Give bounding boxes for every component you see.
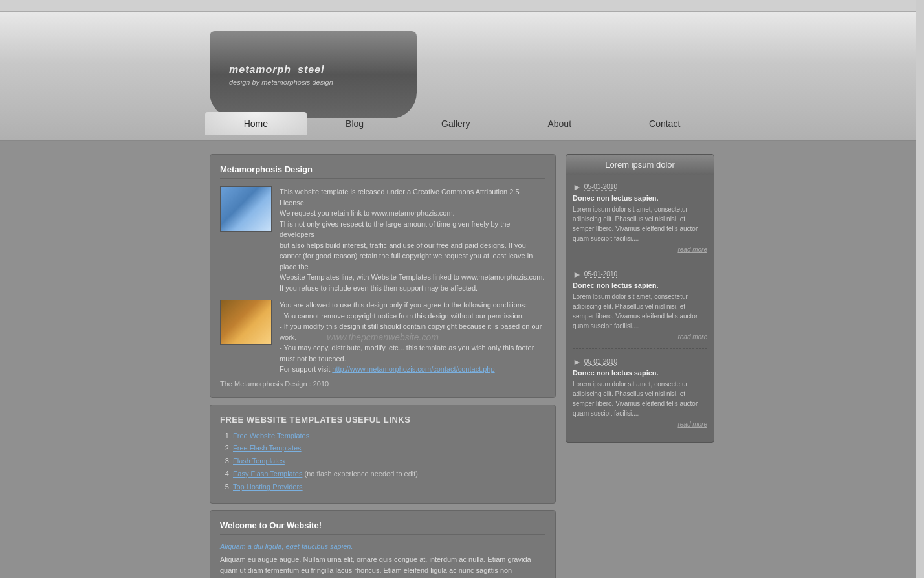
- sidebar-item-2-date-row: ► 05-01-2010: [573, 269, 707, 280]
- main-wrapper: Metamorphosis Design This website templa…: [0, 141, 924, 578]
- main-inner: Metamorphosis Design This website templa…: [106, 154, 818, 578]
- nav-home[interactable]: Home: [205, 112, 307, 135]
- top-bar: [0, 0, 924, 12]
- links-list: Free Website Templates Free Flash Templa…: [220, 430, 545, 494]
- intro-image-1: [220, 186, 272, 232]
- sidebar-read-more-3[interactable]: read more: [573, 421, 707, 428]
- sidebar-date-3: 05-01-2010: [584, 358, 617, 366]
- intro-text-2: You are allowed to use this design only …: [280, 300, 545, 375]
- sidebar-read-more-2[interactable]: read more: [573, 333, 707, 340]
- sidebar-body-2: Lorem ipsum dolor sit amet, consectetur …: [573, 292, 707, 331]
- welcome-lead: Aliquam a dui ligula, eget faucibus sapi…: [220, 542, 545, 550]
- intro-image-2: [220, 300, 272, 345]
- arrow-icon-2: ►: [573, 269, 582, 280]
- sidebar-item-2: ► 05-01-2010 Donec non lectus sapien. Lo…: [573, 269, 707, 349]
- sidebar-item-3: ► 05-01-2010 Donec non lectus sapien. Lo…: [573, 357, 707, 436]
- link-2[interactable]: Free Flash Templates: [233, 444, 302, 452]
- copyright-line: The Metamorphosis Design : 2010: [220, 380, 545, 388]
- site-subtitle: design by metamorphosis design: [229, 78, 417, 86]
- list-item: Free Website Templates: [233, 430, 545, 443]
- links-box: FREE WEBSITE TEMPLATES USEFUL LINKS Free…: [210, 405, 556, 504]
- list-item: Free Flash Templates: [233, 442, 545, 455]
- welcome-box: Welcome to Our Website! Aliquam a dui li…: [210, 510, 556, 578]
- sidebar-read-more-1[interactable]: read more: [573, 246, 707, 253]
- logo-box: metamorph_steel design by metamorphosis …: [210, 31, 417, 118]
- link-5[interactable]: Top Hosting Providers: [233, 483, 303, 491]
- sidebar-heading-1: Donec non lectus sapien.: [573, 194, 707, 202]
- sidebar-date-2: 05-01-2010: [584, 271, 617, 278]
- nav-gallery[interactable]: Gallery: [402, 112, 509, 135]
- link-1[interactable]: Free Website Templates: [233, 432, 309, 439]
- design-box: Metamorphosis Design This website templa…: [210, 154, 556, 398]
- arrow-icon-3: ►: [573, 357, 582, 367]
- nav-contact[interactable]: Contact: [610, 112, 719, 135]
- sidebar-item-1: ► 05-01-2010 Donec non lectus sapien. Lo…: [573, 182, 707, 261]
- content-left: Metamorphosis Design This website templa…: [210, 154, 556, 578]
- nav-blog[interactable]: Blog: [307, 112, 402, 135]
- intro-section-1: This website template is released under …: [220, 186, 545, 293]
- link-4[interactable]: Easy Flash Templates: [233, 470, 302, 478]
- link-3[interactable]: Flash Templates: [233, 457, 285, 465]
- list-item: Flash Templates: [233, 455, 545, 468]
- sidebar-content: ► 05-01-2010 Donec non lectus sapien. Lo…: [566, 175, 714, 442]
- arrow-icon-1: ►: [573, 182, 582, 192]
- intro-text-1: This website template is released under …: [280, 186, 545, 293]
- nav-about[interactable]: About: [509, 112, 610, 135]
- welcome-title: Welcome to Our Website!: [220, 520, 545, 535]
- site-title: metamorph_steel: [229, 64, 417, 76]
- sidebar-heading-3: Donec non lectus sapien.: [573, 369, 707, 377]
- sidebar-body-1: Lorem ipsum dolor sit amet, consectetur …: [573, 205, 707, 243]
- intro-section-2: You are allowed to use this design only …: [220, 300, 545, 375]
- header: metamorph_steel design by metamorphosis …: [0, 12, 924, 141]
- sidebar: Lorem ipsum dolor ► 05-01-2010 Donec non…: [566, 154, 714, 578]
- sidebar-item-1-date-row: ► 05-01-2010: [573, 182, 707, 192]
- links-title: FREE WEBSITE TEMPLATES USEFUL LINKS: [220, 415, 545, 425]
- list-item: Top Hosting Providers: [233, 481, 545, 494]
- license-link[interactable]: http://www.metamorphozis.com/contact/con…: [332, 365, 494, 373]
- sidebar-date-1: 05-01-2010: [584, 183, 617, 191]
- sidebar-box: Lorem ipsum dolor ► 05-01-2010 Donec non…: [566, 154, 714, 443]
- sidebar-item-3-date-row: ► 05-01-2010: [573, 357, 707, 367]
- main-nav: Home Blog Gallery About Contact: [106, 107, 818, 140]
- scrollbar[interactable]: [916, 0, 924, 578]
- list-item: Easy Flash Templates (no flash experienc…: [233, 468, 545, 481]
- sidebar-body-3: Lorem ipsum dolor sit amet, consectetur …: [573, 379, 707, 418]
- welcome-text: Aliquam eu augue augue. Nullam urna elit…: [220, 554, 545, 578]
- sidebar-title: Lorem ipsum dolor: [566, 155, 714, 175]
- sidebar-heading-2: Donec non lectus sapien.: [573, 282, 707, 289]
- design-box-title: Metamorphosis Design: [220, 164, 545, 179]
